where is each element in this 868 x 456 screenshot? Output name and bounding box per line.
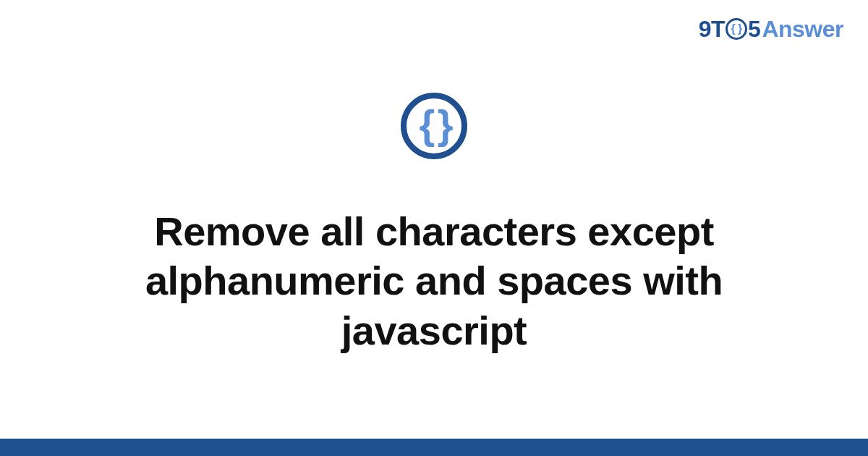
braces-glyph-icon: { }	[419, 104, 448, 145]
footer-bar	[0, 439, 868, 456]
page-title: Remove all characters except alphanumeri…	[58, 207, 810, 355]
logo-answer: Answer	[762, 16, 843, 43]
logo-five: 5	[748, 16, 760, 43]
topic-braces-icon: { }	[401, 93, 467, 159]
logo-t: T	[711, 16, 725, 43]
logo-nine: 9	[699, 16, 711, 43]
logo-o-braces-icon: { }	[731, 23, 741, 35]
logo-o-circle-icon: { }	[726, 18, 747, 40]
site-logo: 9 T { } 5 Answer	[699, 16, 843, 43]
